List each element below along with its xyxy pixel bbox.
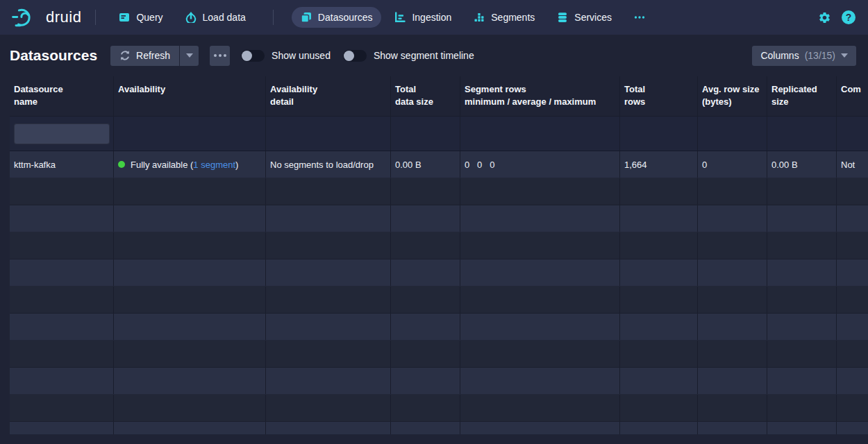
column-header-total-data-size[interactable]: Total data size — [391, 76, 460, 116]
column-header-replicated-size[interactable]: Replicated size — [767, 76, 837, 116]
show-segment-timeline-label: Show segment timeline — [374, 50, 474, 61]
column-header-compaction[interactable]: Com — [837, 76, 868, 116]
table-cell — [10, 422, 114, 434]
column-header-datasource-name[interactable]: Datasource name — [10, 76, 114, 116]
segment-count-link[interactable]: 1 segment — [193, 160, 235, 170]
cell-total-rows: 1,664 — [620, 151, 698, 178]
upload-arrow-icon — [185, 12, 197, 23]
table-cell — [837, 178, 868, 205]
column-header-availability-detail[interactable]: Availability detail — [266, 76, 391, 116]
table-cell — [114, 205, 266, 232]
table-cell — [114, 117, 266, 151]
cell-datasource-name: kttm-kafka — [10, 151, 114, 178]
table-cell — [114, 178, 266, 205]
table-cell — [391, 422, 460, 434]
druid-logo[interactable]: druid — [11, 6, 81, 28]
nav-item-label: Query — [136, 12, 162, 23]
table-cell — [620, 117, 698, 151]
nav-item-label: Segments — [491, 12, 535, 23]
table-cell — [10, 259, 114, 286]
chevron-down-icon — [841, 53, 848, 58]
table-cell — [114, 341, 266, 367]
table-row — [10, 368, 868, 395]
table-cell — [391, 205, 460, 232]
nav-item-query[interactable]: Query — [110, 7, 172, 28]
table-cell — [460, 314, 620, 340]
column-header-total-rows[interactable]: Total rows — [620, 76, 698, 116]
table-cell — [10, 232, 114, 259]
column-header-availability[interactable]: Availability — [114, 76, 266, 116]
table-cell — [837, 117, 868, 151]
table-cell — [767, 205, 837, 232]
table-cell — [620, 259, 698, 286]
table-cell — [391, 117, 460, 151]
column-header-avg-row-size[interactable]: Avg. row size (bytes) — [698, 76, 767, 116]
column-header-segment-rows[interactable]: Segment rows minimum / average / maximum — [460, 76, 620, 116]
table-cell — [767, 232, 837, 259]
refresh-icon — [119, 50, 131, 61]
cell-compaction: Not — [837, 151, 868, 178]
table-row — [10, 287, 868, 314]
help-icon[interactable]: ? — [842, 10, 856, 24]
available-status-dot — [118, 161, 125, 168]
table-cell — [837, 314, 868, 340]
refresh-button[interactable]: Refresh — [110, 46, 179, 66]
table-cell — [767, 395, 837, 421]
columns-button[interactable]: Columns (13/15) — [752, 46, 856, 66]
gear-icon[interactable] — [818, 11, 831, 24]
table-cell — [460, 395, 620, 421]
show-segment-timeline-toggle[interactable] — [343, 50, 367, 62]
view-toolbar: Datasources Refresh Show unused Show seg… — [0, 35, 868, 76]
table-cell — [10, 314, 114, 340]
refresh-label: Refresh — [136, 50, 170, 61]
table-cell — [767, 117, 837, 151]
table-cell — [460, 422, 620, 434]
more-ellipsis-icon — [634, 12, 645, 23]
table-cell — [460, 205, 620, 232]
table-cell — [391, 314, 460, 340]
table-row — [10, 205, 868, 232]
table-row[interactable]: kttm-kafka Fully available (1 segment) N… — [10, 151, 868, 178]
table-cell — [114, 422, 266, 434]
table-cell — [391, 395, 460, 421]
datasources-icon — [301, 12, 312, 23]
table-cell — [620, 395, 698, 421]
table-cell — [460, 368, 620, 394]
services-database-icon — [557, 12, 568, 23]
datasource-filter-input[interactable] — [14, 123, 110, 144]
nav-item-ingestion[interactable]: Ingestion — [385, 7, 460, 28]
table-cell — [391, 259, 460, 286]
page-title: Datasources — [10, 47, 97, 64]
nav-item-segments[interactable]: Segments — [465, 7, 544, 28]
table-body: kttm-kafka Fully available (1 segment) N… — [10, 151, 868, 434]
table-cell — [620, 205, 698, 232]
table-cell — [767, 259, 837, 286]
table-cell — [460, 259, 620, 286]
table-cell — [391, 232, 460, 259]
table-cell — [391, 178, 460, 205]
nav-item-datasources[interactable]: Datasources — [292, 7, 382, 28]
cell-replicated-size: 0.00 B — [767, 151, 837, 178]
table-cell — [698, 117, 767, 151]
nav-item-load-data[interactable]: Load data — [176, 7, 255, 28]
table-cell — [767, 341, 837, 367]
cell-segment-rows: 0 0 0 — [460, 151, 620, 178]
chevron-down-icon — [186, 53, 193, 58]
table-cell — [837, 287, 868, 313]
table-cell — [698, 178, 767, 205]
segments-icon — [474, 12, 485, 23]
table-cell — [460, 341, 620, 367]
table-cell — [698, 422, 767, 434]
table-cell — [10, 287, 114, 313]
table-row — [10, 395, 868, 422]
nav-item-more[interactable] — [625, 7, 654, 28]
table-cell — [767, 368, 837, 394]
show-unused-toggle[interactable] — [241, 50, 265, 62]
table-cell — [10, 178, 114, 205]
nav-item-label: Load data — [203, 12, 246, 23]
more-actions-button[interactable] — [210, 46, 230, 66]
nav-item-services[interactable]: Services — [548, 7, 621, 28]
table-cell — [767, 314, 837, 340]
table-cell — [837, 259, 868, 286]
refresh-dropdown-button[interactable] — [180, 46, 199, 66]
